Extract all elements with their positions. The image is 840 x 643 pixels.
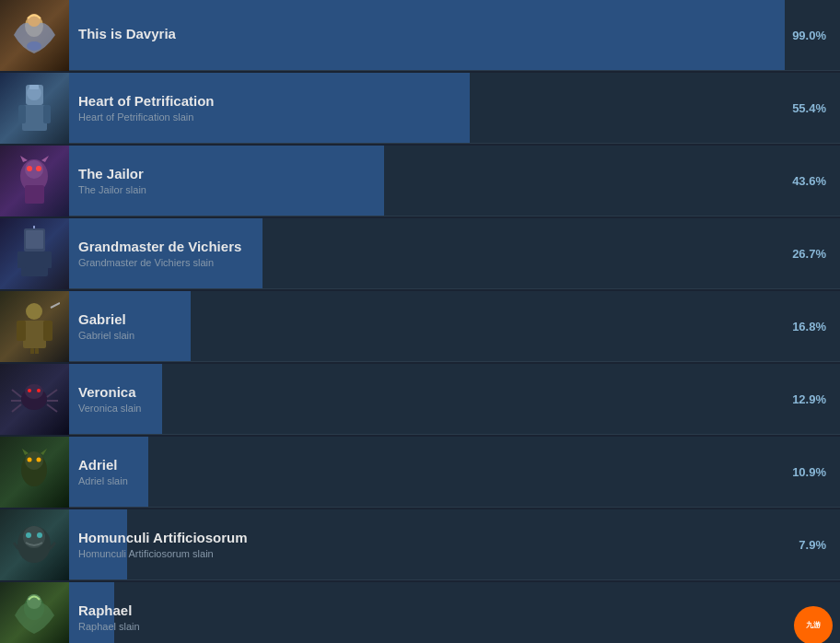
svg-line-34 [47,404,57,412]
achievement-row-adriel[interactable]: AdrielAdriel slain10.9% [0,437,840,508]
svg-rect-18 [43,251,52,268]
achievement-image-raphael [0,582,69,644]
svg-point-39 [28,458,32,462]
achievement-percent-gabriel: 16.8% [792,320,840,333]
achievement-image-homunculi [0,509,69,580]
achievement-content-grandmaster: Grandmaster de VichiersGrandmaster de Vi… [69,218,792,288]
achievement-image-grandmaster [0,218,69,289]
achievement-row-homunculi[interactable]: Homunculi ArtificiosorumHomunculi Artifi… [0,509,840,580]
achievement-image-petrification [0,73,69,144]
svg-line-32 [47,390,57,397]
achievement-percent-homunculi: 7.9% [799,538,840,552]
achievement-subtitle-gabriel: Gabriel slain [78,330,783,341]
watermark: 九游 [794,606,833,643]
achievement-image-davyria [0,0,69,71]
achievement-title-raphael: Raphael [78,602,807,618]
svg-point-28 [25,384,43,399]
achievement-content-davyria: This is Davyria [69,0,792,70]
svg-rect-5 [22,105,47,131]
achievement-percent-davyria: 99.0% [792,29,840,42]
achievement-subtitle-jailor: The Jailor slain [78,184,783,195]
svg-rect-17 [18,251,26,268]
svg-line-31 [12,404,21,412]
achievement-title-grandmaster: Grandmaster de Vichiers [78,239,783,254]
svg-rect-22 [17,321,26,341]
svg-rect-21 [23,321,46,348]
achievement-subtitle-homunculi: Homunculi Artificiosorum slain [78,548,789,559]
achievement-percent-adriel: 10.9% [792,465,840,479]
achievement-title-jailor: The Jailor [78,166,783,181]
svg-rect-8 [29,85,39,89]
achievement-content-gabriel: GabrielGabriel slain [69,291,792,361]
achievement-title-homunculi: Homunculi Artificiosorum [78,530,789,545]
achievement-subtitle-raphael: Raphael slain [78,621,807,632]
achievement-image-adriel [0,437,69,508]
achievement-image-gabriel [0,291,69,362]
achievement-row-gabriel[interactable]: GabrielGabriel slain16.8% [0,291,840,362]
achievement-content-veronica: VeronicaVeronica slain [69,364,792,434]
achievement-title-gabriel: Gabriel [78,311,783,327]
achievement-subtitle-veronica: Veronica slain [78,403,783,414]
svg-rect-25 [35,348,39,354]
achievement-content-adriel: AdrielAdriel slain [69,437,792,507]
svg-point-44 [37,532,42,538]
achievement-subtitle-adriel: Adriel slain [78,475,783,486]
svg-point-12 [36,166,41,171]
svg-point-43 [26,532,31,538]
svg-rect-15 [26,230,43,249]
svg-rect-7 [43,105,51,123]
svg-rect-13 [25,185,44,204]
achievement-row-davyria[interactable]: This is Davyria99.0% [0,0,840,71]
achievement-subtitle-grandmaster: Grandmaster de Vichiers slain [78,257,783,268]
achievement-percent-jailor: 43.6% [792,174,840,188]
svg-point-36 [37,389,41,392]
watermark-text: 九游 [806,621,821,630]
achievement-row-veronica[interactable]: VeronicaVeronica slain12.9% [0,364,840,435]
svg-point-2 [27,41,41,51]
achievement-title-petrification: Heart of Petrification [78,93,783,109]
svg-point-11 [27,166,32,171]
achievement-content-raphael: RaphaelRaphael slain [69,582,816,643]
svg-line-29 [12,390,21,397]
svg-rect-24 [30,348,34,354]
achievement-title-davyria: This is Davyria [78,26,783,41]
achievement-percent-grandmaster: 26.7% [792,247,840,261]
achievement-row-jailor[interactable]: The JailorThe Jailor slain43.6% [0,146,840,216]
achievement-row-grandmaster[interactable]: Grandmaster de VichiersGrandmaster de Vi… [0,218,840,289]
achievement-subtitle-petrification: Heart of Petrification slain [78,111,783,123]
achievement-image-jailor [0,146,69,216]
achievement-image-veronica [0,364,69,435]
achievement-list: This is Davyria99.0% Heart of Petrificat… [0,0,840,643]
svg-point-20 [26,303,42,320]
achievement-percent-veronica: 12.9% [792,392,840,406]
achievement-title-adriel: Adriel [78,457,783,473]
svg-point-35 [28,389,31,392]
svg-line-26 [51,303,60,308]
achievement-content-jailor: The JailorThe Jailor slain [69,146,792,216]
achievement-title-veronica: Veronica [78,384,783,400]
achievement-content-homunculi: Homunculi ArtificiosorumHomunculi Artifi… [69,509,799,579]
svg-rect-23 [43,321,52,341]
svg-rect-6 [18,105,26,123]
achievement-row-raphael[interactable]: RaphaelRaphael slain...九游 [0,582,840,643]
achievement-content-petrification: Heart of PetrificationHeart of Petrifica… [69,73,792,143]
achievement-percent-petrification: 55.4% [792,101,840,115]
svg-point-40 [37,458,41,462]
achievement-row-petrification[interactable]: Heart of PetrificationHeart of Petrifica… [0,73,840,144]
